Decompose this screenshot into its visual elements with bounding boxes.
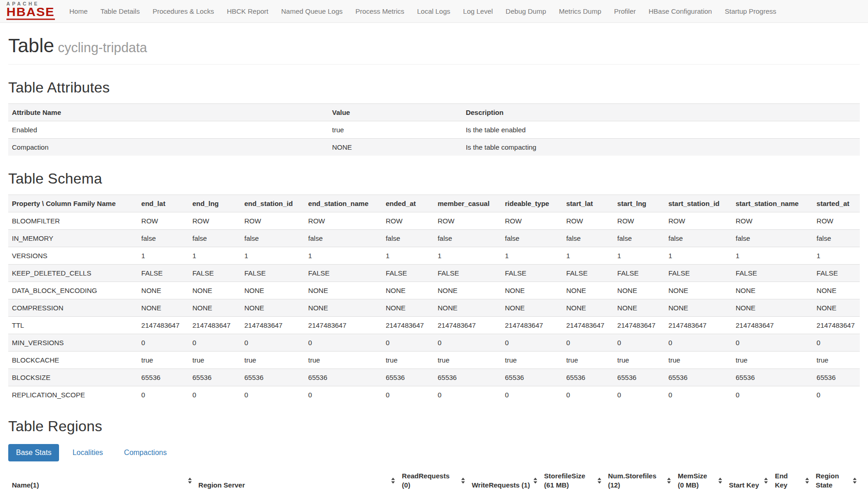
- hbase-logo[interactable]: APACHE HBASE: [6, 1, 59, 21]
- schema-value-end-station-id: false: [241, 230, 305, 247]
- regions-col-end-key[interactable]: End Key: [771, 467, 812, 493]
- attributes-heading: Table Attributes: [8, 79, 860, 96]
- schema-value-member-casual: 0: [434, 386, 501, 404]
- schema-row-data-block-encoding: DATA_BLOCK_ENCODINGNONENONENONENONENONEN…: [8, 282, 860, 299]
- schema-value-end-station-id: NONE: [241, 299, 305, 317]
- regions-col-storefile-size[interactable]: StorefileSize (61 MB): [540, 467, 604, 493]
- schema-value-started-at: NONE: [813, 282, 860, 299]
- schema-value-started-at: 2147483647: [813, 317, 860, 334]
- sort-icon[interactable]: [667, 478, 671, 484]
- schema-value-end-station-name: 1: [305, 247, 382, 265]
- nav-item-hbck-report[interactable]: HBCK Report: [221, 0, 275, 22]
- schema-value-end-station-name: false: [305, 230, 382, 247]
- regions-col-start-key[interactable]: Start Key: [725, 467, 771, 493]
- attribute-name: Enabled: [8, 121, 329, 139]
- table-name: cycling-tripdata: [58, 40, 147, 55]
- schema-value-end-station-name: NONE: [305, 299, 382, 317]
- title-divider: [8, 64, 860, 65]
- schema-value-ended-at: ROW: [382, 212, 434, 230]
- regions-tab-compactions[interactable]: Compactions: [116, 444, 174, 461]
- nav-item-profiler[interactable]: Profiler: [608, 0, 642, 22]
- sort-down-arrow-icon: [853, 482, 857, 484]
- nav-item-named-queue-logs[interactable]: Named Queue Logs: [275, 0, 349, 22]
- schema-value-start-lng: 0: [614, 386, 665, 404]
- brand-hbase-text: HBASE: [6, 6, 55, 20]
- schema-value-start-lat: ROW: [562, 212, 614, 230]
- nav-item-local-logs[interactable]: Local Logs: [410, 0, 457, 22]
- schema-value-end-station-id: 2147483647: [241, 317, 305, 334]
- attribute-row-compaction: CompactionNONEIs the table compacting: [8, 139, 860, 156]
- schema-value-end-lng: FALSE: [189, 265, 241, 282]
- sort-down-arrow-icon: [598, 482, 601, 484]
- nav-item-procedures-locks[interactable]: Procedures & Locks: [146, 0, 220, 22]
- schema-value-ended-at: 2147483647: [382, 317, 434, 334]
- schema-value-start-station-id: 0: [665, 334, 732, 352]
- schema-col-end-station-id: end_station_id: [241, 195, 305, 212]
- schema-value-end-lat: false: [138, 230, 189, 247]
- schema-value-started-at: FALSE: [813, 265, 860, 282]
- schema-value-ended-at: 1: [382, 247, 434, 265]
- schema-value-start-lng: 65536: [614, 369, 665, 386]
- attribute-value: NONE: [329, 139, 462, 156]
- schema-value-start-station-name: true: [732, 352, 813, 369]
- schema-value-ended-at: false: [382, 230, 434, 247]
- schema-value-start-lng: NONE: [614, 282, 665, 299]
- regions-col-name[interactable]: Name(1): [8, 467, 195, 493]
- regions-tabs: Base StatsLocalitiesCompactions: [8, 444, 860, 461]
- schema-heading: Table Schema: [8, 170, 860, 187]
- schema-value-end-station-name: 65536: [305, 369, 382, 386]
- nav-item-hbase-configuration[interactable]: HBase Configuration: [642, 0, 718, 22]
- nav-item-table-details[interactable]: Table Details: [94, 0, 146, 22]
- schema-value-start-lng: FALSE: [614, 265, 665, 282]
- sort-down-arrow-icon: [805, 482, 809, 484]
- sort-up-arrow-icon: [764, 478, 768, 480]
- regions-col-region-server[interactable]: Region Server: [195, 467, 399, 493]
- schema-value-start-station-id: 65536: [665, 369, 732, 386]
- sort-up-arrow-icon: [805, 478, 809, 480]
- sort-icon[interactable]: [461, 478, 465, 484]
- sort-down-arrow-icon: [667, 482, 671, 484]
- sort-icon[interactable]: [764, 478, 768, 484]
- schema-value-end-lat: NONE: [138, 299, 189, 317]
- sort-icon[interactable]: [853, 478, 857, 484]
- nav-item-process-metrics[interactable]: Process Metrics: [349, 0, 411, 22]
- nav-item-log-level[interactable]: Log Level: [457, 0, 499, 22]
- attributes-col-attribute-name: Attribute Name: [8, 104, 329, 121]
- sort-icon[interactable]: [188, 478, 192, 484]
- schema-value-start-lat: 2147483647: [562, 317, 614, 334]
- schema-value-end-station-name: true: [305, 352, 382, 369]
- nav-item-debug-dump[interactable]: Debug Dump: [499, 0, 552, 22]
- schema-row-versions: VERSIONS111111111111: [8, 247, 860, 265]
- schema-value-started-at: 0: [813, 334, 860, 352]
- schema-value-start-lat: NONE: [562, 299, 614, 317]
- regions-col-write-requests[interactable]: WriteRequests (1): [468, 467, 540, 493]
- regions-tab-base-stats[interactable]: Base Stats: [8, 444, 59, 461]
- schema-value-start-lat: FALSE: [562, 265, 614, 282]
- sort-icon[interactable]: [805, 478, 809, 484]
- sort-down-arrow-icon: [391, 482, 395, 484]
- regions-col-mem-size[interactable]: MemSize (0 MB): [674, 467, 725, 493]
- sort-icon[interactable]: [391, 478, 395, 484]
- schema-value-start-station-name: NONE: [732, 299, 813, 317]
- schema-value-rideable-type: FALSE: [501, 265, 562, 282]
- nav-item-startup-progress[interactable]: Startup Progress: [718, 0, 783, 22]
- nav-item-metrics-dump[interactable]: Metrics Dump: [553, 0, 608, 22]
- schema-value-start-station-id: NONE: [665, 282, 732, 299]
- regions-col-read-requests[interactable]: ReadRequests (0): [398, 467, 468, 493]
- schema-value-start-lat: 1: [562, 247, 614, 265]
- attribute-value: true: [329, 121, 462, 139]
- sort-icon[interactable]: [718, 478, 722, 484]
- sort-icon[interactable]: [598, 478, 601, 484]
- schema-value-rideable-type: 0: [501, 386, 562, 404]
- sort-icon[interactable]: [534, 478, 537, 484]
- regions-col-num-storefiles[interactable]: Num.Storefiles (12): [604, 467, 674, 493]
- regions-col-region-state[interactable]: Region State: [812, 467, 860, 493]
- regions-tab-localities[interactable]: Localities: [65, 444, 111, 461]
- schema-value-end-station-id: ROW: [241, 212, 305, 230]
- schema-value-start-lng: 1: [614, 247, 665, 265]
- regions-col-label: Region State: [816, 472, 839, 489]
- schema-row-compression: COMPRESSIONNONENONENONENONENONENONENONEN…: [8, 299, 860, 317]
- nav-item-home[interactable]: Home: [63, 0, 94, 22]
- schema-value-start-station-id: 0: [665, 386, 732, 404]
- schema-value-ended-at: FALSE: [382, 265, 434, 282]
